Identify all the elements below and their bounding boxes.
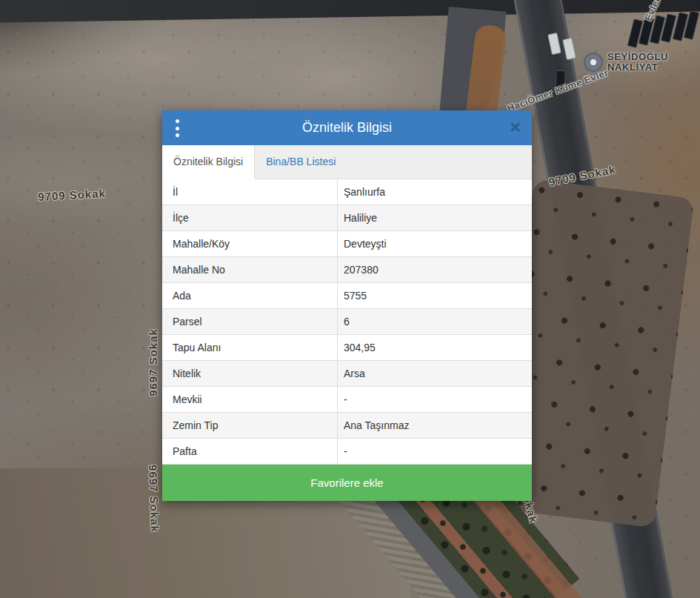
poi-label-line1: SEYİDOĞLU	[607, 52, 668, 62]
attribute-value: -	[338, 445, 532, 457]
attribute-label: Tapu Alanı	[162, 335, 338, 360]
tab-oznitelik-bilgisi[interactable]: Öznitelik Bilgisi	[162, 145, 255, 179]
attribute-label: Zemin Tip	[162, 413, 338, 438]
table-row: İlçe Haliliye	[162, 205, 532, 231]
attribute-table: İl Şanlıurfa İlçe Haliliye Mahalle/Köy D…	[162, 179, 532, 465]
modal-header: Öznitelik Bilgisi ✕	[162, 110, 532, 145]
add-to-favorites-button[interactable]: Favorilere ekle	[162, 465, 532, 501]
street-label-9697-sokak-lower: 9697 Sokak	[147, 465, 161, 533]
table-row: Mahalle/Köy Devteyşti	[162, 231, 532, 257]
close-icon[interactable]: ✕	[509, 110, 521, 145]
attribute-label: Mahalle No	[162, 257, 338, 282]
tab-bina-bb-listesi[interactable]: Bina/BB Listesi	[255, 145, 347, 179]
attribute-label: Mahalle/Köy	[162, 231, 338, 256]
attribute-value: -	[338, 393, 532, 405]
attribute-value: Haliliye	[338, 212, 532, 224]
attribute-label: Nitelik	[162, 361, 338, 386]
attribute-value: 304,95	[338, 342, 532, 353]
table-row: Mahalle No 207380	[162, 257, 532, 283]
attribute-value: 6	[338, 316, 532, 328]
table-row: Zemin Tip Ana Taşınmaz	[162, 413, 532, 439]
street-label-9697-sokak-upper: 9697 Sokak	[147, 328, 159, 396]
modal-tabbar: Öznitelik Bilgisi Bina/BB Listesi	[162, 145, 532, 179]
attribute-label: Ada	[162, 283, 338, 308]
attribute-label: Mevkii	[162, 387, 338, 412]
attribute-value: 5755	[338, 290, 532, 302]
attribute-info-modal: Öznitelik Bilgisi ✕ Öznitelik Bilgisi Bi…	[162, 110, 532, 501]
table-row: Ada 5755	[162, 283, 532, 309]
attribute-value: 207380	[338, 264, 532, 276]
table-row: Parsel 6	[162, 309, 532, 335]
poi-seyidoglu-nakliyat: SEYİDOĞLU NAKLİYAT	[584, 52, 668, 73]
poi-label-line2: NAKLİYAT	[607, 62, 668, 73]
attribute-label: Pafta	[162, 439, 338, 464]
table-row: Tapu Alanı 304,95	[162, 335, 532, 361]
attribute-value: Devteyşti	[338, 238, 532, 250]
attribute-value: Arsa	[338, 368, 532, 379]
attribute-label: Parsel	[162, 309, 338, 334]
modal-title: Öznitelik Bilgisi	[162, 110, 532, 145]
table-row: Mevkii -	[162, 387, 532, 413]
attribute-label: İlçe	[162, 205, 338, 230]
poi-label: SEYİDOĞLU NAKLİYAT	[607, 52, 668, 73]
attribute-value: Ana Taşınmaz	[338, 419, 532, 431]
table-row: Nitelik Arsa	[162, 361, 532, 387]
map-pin-icon[interactable]	[584, 53, 603, 72]
attribute-value: Şanlıurfa	[338, 186, 532, 198]
table-row: Pafta -	[162, 439, 532, 465]
attribute-label: İl	[162, 179, 338, 205]
table-row: İl Şanlıurfa	[162, 179, 532, 205]
